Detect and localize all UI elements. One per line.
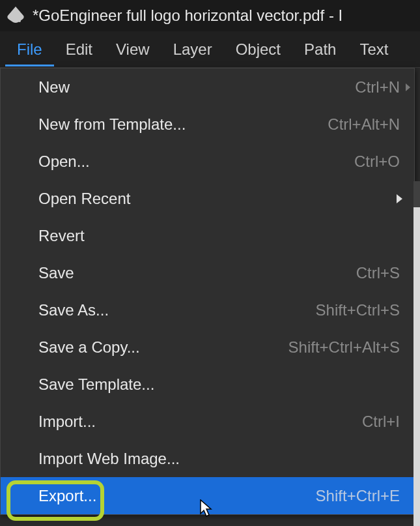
submenu-arrow-icon: [397, 194, 402, 203]
menu-shortcut: Ctrl+I: [362, 413, 400, 431]
menu-item-new[interactable]: New Ctrl+N: [1, 68, 414, 106]
menu-label: Import...: [38, 413, 362, 431]
menu-item-save-as[interactable]: Save As... Shift+Ctrl+S: [1, 291, 414, 329]
submenu-arrow-icon: [406, 83, 410, 91]
menu-shortcut: Ctrl+Alt+N: [328, 115, 400, 134]
titlebar: *GoEngineer full logo horizontal vector.…: [0, 0, 420, 31]
menu-label: Save a Copy...: [38, 338, 288, 357]
scrollbar-track[interactable]: [413, 181, 420, 526]
menu-item-new-from-template[interactable]: New from Template... Ctrl+Alt+N: [1, 106, 414, 143]
menu-label: Export...: [38, 487, 316, 505]
menubar: File Edit View Layer Object Path Text: [0, 31, 420, 68]
svg-point-0: [18, 20, 21, 22]
menu-path[interactable]: Path: [292, 33, 348, 66]
menu-label: Open...: [38, 153, 354, 171]
menu-label: New: [38, 78, 355, 96]
menu-item-save-a-copy[interactable]: Save a Copy... Shift+Ctrl+Alt+S: [1, 329, 414, 366]
menu-shortcut: Ctrl+O: [354, 153, 400, 171]
menu-file[interactable]: File: [5, 33, 54, 66]
menu-object[interactable]: Object: [224, 33, 292, 66]
menu-label: Save: [38, 264, 356, 282]
menu-text[interactable]: Text: [348, 33, 400, 66]
menu-label: Revert: [38, 227, 400, 245]
menu-shortcut: Ctrl+S: [356, 264, 400, 282]
menu-shortcut: Ctrl+N: [355, 78, 400, 96]
menu-shortcut: Shift+Ctrl+Alt+S: [288, 338, 400, 357]
menu-shortcut: Shift+Ctrl+S: [316, 301, 400, 319]
menu-label: Open Recent: [38, 190, 400, 208]
scrollbar-dark-segment: [413, 181, 420, 207]
window-title: *GoEngineer full logo horizontal vector.…: [33, 7, 343, 25]
menu-label: Save Template...: [38, 375, 400, 394]
menu-label: Import Web Image...: [38, 450, 400, 468]
file-dropdown-menu: New Ctrl+N New from Template... Ctrl+Alt…: [0, 68, 415, 515]
menu-item-save[interactable]: Save Ctrl+S: [1, 254, 414, 291]
menu-item-import-web-image[interactable]: Import Web Image...: [1, 440, 414, 477]
menu-shortcut: Shift+Ctrl+E: [316, 487, 400, 505]
menu-layer[interactable]: Layer: [161, 33, 224, 66]
menu-item-import[interactable]: Import... Ctrl+I: [1, 403, 414, 440]
menu-view[interactable]: View: [104, 33, 161, 66]
menu-label: Save As...: [38, 301, 316, 319]
menu-label: New from Template...: [38, 115, 328, 134]
menu-item-open-recent[interactable]: Open Recent: [1, 180, 414, 217]
menu-item-save-template[interactable]: Save Template...: [1, 366, 414, 403]
inkscape-icon: [5, 5, 26, 26]
menu-item-export[interactable]: Export... Shift+Ctrl+E: [1, 477, 414, 514]
menu-item-revert[interactable]: Revert: [1, 217, 414, 254]
menu-edit[interactable]: Edit: [54, 33, 104, 66]
menu-item-open[interactable]: Open... Ctrl+O: [1, 143, 414, 180]
